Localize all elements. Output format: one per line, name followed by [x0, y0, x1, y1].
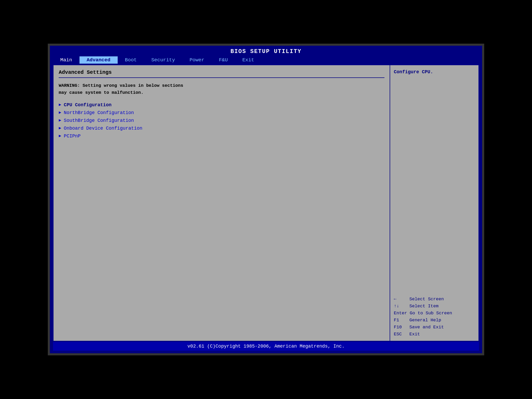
- footer: v02.61 (C)Copyright 1985-2006, American …: [53, 342, 479, 351]
- main-content: Advanced Settings WARNING: Setting wrong…: [53, 65, 479, 341]
- tab-fnu[interactable]: F&U: [212, 56, 235, 64]
- key-enter-label: Enter: [394, 311, 410, 316]
- key-updown: ↑↓: [394, 304, 409, 309]
- menu-items: ► CPU Configuration ► NorthBridge Config…: [59, 102, 384, 139]
- menu-item-southbridge[interactable]: ► SouthBridge Configuration: [59, 118, 384, 123]
- bios-title: BIOS SETUP UTILITY: [53, 48, 479, 55]
- key-legend: ← Select Screen ↑↓ Select Item Enter Go …: [394, 297, 475, 337]
- menu-item-cpu[interactable]: ► CPU Configuration: [59, 102, 384, 108]
- menu-item-onboard[interactable]: ► Onboard Device Configuration: [59, 126, 384, 131]
- key-esc: ESC Exit: [394, 332, 475, 337]
- key-select-item: ↑↓ Select Item: [394, 304, 475, 309]
- key-f10-label: F10: [394, 325, 409, 330]
- nav-tabs: Main Advanced Boot Security Power F&U Ex…: [53, 56, 479, 64]
- bios-screen: BIOS SETUP UTILITY Main Advanced Boot Se…: [48, 44, 484, 355]
- menu-item-northbridge[interactable]: ► NorthBridge Configuration: [59, 110, 384, 115]
- tab-security[interactable]: Security: [144, 56, 182, 64]
- section-title: Advanced Settings: [59, 69, 384, 75]
- menu-item-pcipnp[interactable]: ► PCIPnP: [59, 134, 384, 139]
- arrow-icon: ►: [59, 134, 61, 138]
- key-esc-label: ESC: [394, 332, 409, 337]
- key-select-screen: ← Select Screen: [394, 297, 475, 302]
- key-enter: Enter Go to Sub Screen: [394, 311, 475, 316]
- section-divider: [59, 77, 384, 78]
- help-text: Configure CPU.: [394, 69, 475, 75]
- warning-text: WARNING: Setting wrong values in below s…: [59, 82, 384, 96]
- tab-boot[interactable]: Boot: [118, 56, 144, 64]
- arrow-icon: ►: [59, 126, 61, 131]
- arrow-icon: ►: [59, 103, 61, 107]
- key-f1: F1 General Help: [394, 318, 475, 323]
- bios-container: BIOS SETUP UTILITY Main Advanced Boot Se…: [50, 46, 482, 353]
- key-f10: F10 Save and Exit: [394, 325, 475, 330]
- tab-power[interactable]: Power: [182, 56, 212, 64]
- key-f1-label: F1: [394, 318, 409, 323]
- tab-main[interactable]: Main: [53, 56, 79, 64]
- arrow-icon: ►: [59, 118, 61, 123]
- right-panel: Configure CPU. ← Select Screen ↑↓ Select…: [390, 65, 478, 341]
- tab-exit[interactable]: Exit: [235, 56, 262, 64]
- arrow-icon: ►: [59, 110, 61, 115]
- key-arrow-left: ←: [394, 297, 409, 302]
- left-panel: Advanced Settings WARNING: Setting wrong…: [54, 65, 390, 341]
- tab-advanced[interactable]: Advanced: [79, 56, 118, 64]
